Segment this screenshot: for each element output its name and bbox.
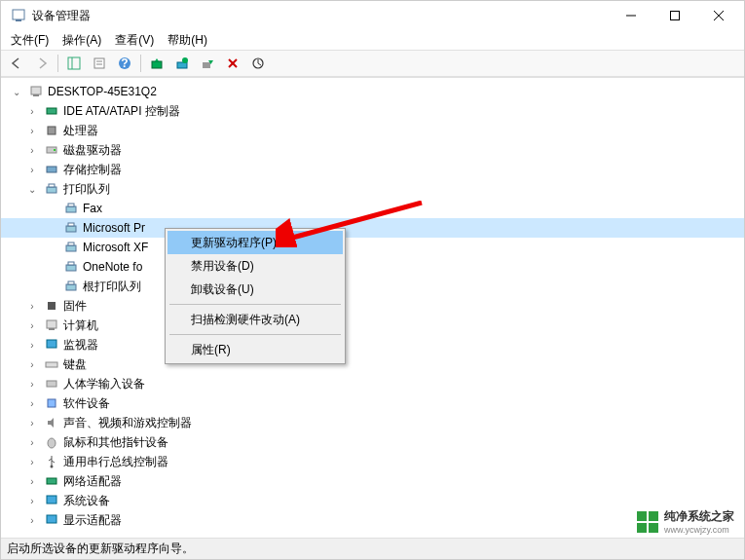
- expand-icon[interactable]: ›: [24, 317, 40, 333]
- menu-view[interactable]: 查看(V): [111, 30, 158, 51]
- expand-icon[interactable]: ›: [24, 337, 40, 353]
- category-system[interactable]: › 系统设备: [1, 491, 744, 510]
- show-hidden-button[interactable]: [62, 53, 86, 74]
- expand-icon[interactable]: ›: [24, 395, 40, 411]
- category-keyboard[interactable]: › 键盘: [1, 355, 744, 374]
- expand-icon[interactable]: ›: [24, 473, 40, 489]
- category-display[interactable]: › 显示适配器: [1, 510, 744, 530]
- back-button[interactable]: [5, 53, 28, 74]
- category-label: 声音、视频和游戏控制器: [63, 415, 192, 431]
- watermark-name: 纯净系统之家: [664, 509, 734, 523]
- category-printqueue[interactable]: ⌄ 打印队列: [1, 179, 744, 199]
- tree-root[interactable]: ⌄ DESKTOP-45E31Q2: [1, 82, 744, 101]
- expand-icon[interactable]: ›: [24, 123, 40, 138]
- speaker-icon: [44, 415, 59, 430]
- help-button[interactable]: ?: [113, 53, 136, 74]
- printer-icon: [44, 181, 59, 197]
- app-icon: [11, 8, 26, 23]
- collapse-icon[interactable]: ⌄: [9, 84, 24, 99]
- expand-icon[interactable]: ›: [24, 512, 40, 528]
- device-tree[interactable]: ⌄ DESKTOP-45E31Q2 › IDE ATA/ATAPI 控制器 › …: [1, 77, 744, 538]
- svg-point-46: [48, 438, 56, 448]
- svg-rect-40: [47, 320, 56, 328]
- category-label: 键盘: [63, 356, 87, 373]
- svg-rect-0: [13, 10, 24, 19]
- toolbar-separator: [57, 55, 58, 72]
- refresh-button[interactable]: [246, 53, 270, 74]
- update-driver-button[interactable]: [170, 53, 194, 74]
- printer-icon: [63, 279, 79, 294]
- category-firmware[interactable]: › 固件: [1, 296, 744, 316]
- ctx-uninstall[interactable]: 卸载设备(U): [168, 278, 343, 301]
- watermark-url: www.ycwjzy.com: [664, 525, 734, 535]
- software-icon: [44, 395, 59, 411]
- category-hid[interactable]: › 人体学输入设备: [1, 374, 744, 393]
- toolbar-separator: [140, 55, 141, 72]
- expand-icon[interactable]: ›: [24, 454, 40, 469]
- ctx-update-driver[interactable]: 更新驱动程序(P): [168, 231, 343, 254]
- expand-icon[interactable]: ›: [24, 376, 40, 392]
- svg-rect-26: [47, 167, 56, 172]
- expand-icon[interactable]: ›: [24, 162, 40, 177]
- expand-icon[interactable]: ›: [24, 298, 40, 314]
- svg-rect-29: [66, 206, 76, 212]
- category-ide[interactable]: › IDE ATA/ATAPI 控制器: [1, 101, 744, 121]
- disable-button[interactable]: [196, 53, 219, 74]
- uninstall-button[interactable]: [221, 53, 244, 74]
- status-text: 启动所选设备的更新驱动程序向导。: [7, 541, 194, 557]
- svg-rect-23: [48, 127, 56, 134]
- svg-rect-35: [66, 265, 76, 271]
- svg-rect-38: [68, 281, 74, 284]
- category-usb[interactable]: › 通用串行总线控制器: [1, 452, 744, 471]
- forward-button[interactable]: [30, 53, 54, 74]
- expand-icon[interactable]: ›: [24, 142, 40, 158]
- menu-file[interactable]: 文件(F): [7, 30, 53, 51]
- disk-icon: [44, 142, 59, 158]
- maximize-button[interactable]: [652, 1, 696, 30]
- device-ms-xps[interactable]: Microsoft XF: [1, 238, 744, 257]
- expand-icon[interactable]: ›: [24, 493, 40, 508]
- menu-action[interactable]: 操作(A): [58, 30, 105, 51]
- ctx-scan[interactable]: 扫描检测硬件改动(A): [168, 308, 343, 331]
- properties-button[interactable]: [88, 53, 111, 74]
- device-ms-print[interactable]: Microsoft Pr: [1, 218, 744, 238]
- svg-rect-36: [68, 262, 74, 265]
- storage-icon: [44, 162, 59, 177]
- device-label: Fax: [83, 202, 102, 215]
- svg-rect-27: [47, 187, 56, 193]
- svg-rect-31: [66, 226, 76, 232]
- category-monitor[interactable]: › 监视器: [1, 335, 744, 355]
- category-disk[interactable]: › 磁盘驱动器: [1, 140, 744, 160]
- device-onenote[interactable]: OneNote fo: [1, 257, 744, 277]
- close-button[interactable]: [696, 1, 740, 30]
- ctx-disable[interactable]: 禁用设备(D): [168, 254, 343, 278]
- expand-icon[interactable]: ›: [24, 434, 40, 450]
- usb-icon: [44, 454, 59, 469]
- category-mouse[interactable]: › 鼠标和其他指针设备: [1, 432, 744, 452]
- printer-icon: [63, 220, 79, 236]
- category-computer[interactable]: › 计算机: [1, 316, 744, 335]
- expand-icon[interactable]: ›: [24, 415, 40, 430]
- cpu-icon: [44, 123, 59, 138]
- category-network[interactable]: › 网络适配器: [1, 471, 744, 491]
- watermark-logo-icon: [637, 511, 658, 533]
- category-label: 打印队列: [63, 181, 110, 198]
- category-software[interactable]: › 软件设备: [1, 393, 744, 413]
- category-processor[interactable]: › 处理器: [1, 121, 744, 140]
- menu-help[interactable]: 帮助(H): [164, 30, 211, 51]
- computer-icon: [44, 317, 59, 333]
- category-label: 网络适配器: [63, 473, 122, 490]
- device-root-print[interactable]: 根打印队列: [1, 277, 744, 296]
- device-fax[interactable]: Fax: [1, 199, 744, 218]
- ctx-properties[interactable]: 属性(R): [168, 338, 343, 361]
- collapse-icon[interactable]: ⌄: [24, 181, 40, 197]
- svg-rect-6: [68, 57, 80, 69]
- svg-rect-3: [670, 12, 679, 20]
- minimize-button[interactable]: [609, 1, 652, 30]
- svg-rect-8: [94, 58, 104, 68]
- category-audio[interactable]: › 声音、视频和游戏控制器: [1, 413, 744, 432]
- expand-icon[interactable]: ›: [24, 103, 40, 119]
- expand-icon[interactable]: ›: [24, 356, 40, 372]
- scan-button[interactable]: [145, 53, 168, 74]
- category-storage[interactable]: › 存储控制器: [1, 160, 744, 179]
